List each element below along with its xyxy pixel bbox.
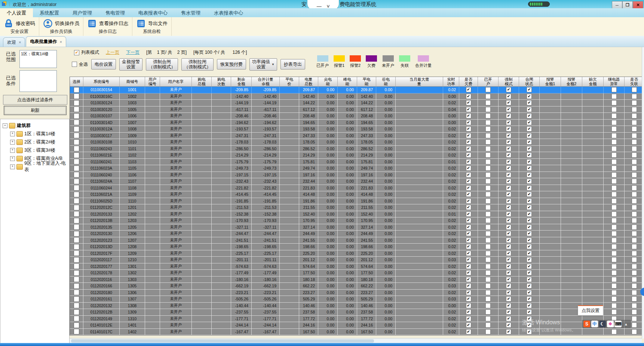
owe-checkbox[interactable] (466, 290, 471, 295)
lost-checkbox[interactable] (632, 172, 637, 177)
opened-checkbox[interactable] (485, 244, 491, 249)
force-checkbox[interactable] (506, 139, 511, 145)
force-checkbox[interactable] (506, 277, 511, 282)
close-button[interactable]: ✕ (633, 1, 643, 9)
relay-checkbox[interactable] (611, 218, 617, 223)
cell-select[interactable] (70, 217, 83, 224)
opened-checkbox[interactable] (485, 166, 491, 171)
table-row[interactable]: 01100301081010未开户-178.03-178.03178.050.0… (70, 139, 644, 146)
force-checkbox[interactable] (506, 270, 511, 275)
cell-select[interactable] (70, 303, 83, 309)
relay-checkbox[interactable] (611, 126, 617, 132)
owe-checkbox[interactable] (466, 283, 471, 288)
force-checkbox[interactable] (506, 238, 511, 243)
column-header-shop[interactable]: 商铺号 (120, 77, 145, 87)
opened-checkbox[interactable] (485, 198, 491, 204)
row-select-checkbox[interactable] (74, 205, 79, 210)
closed-checkbox[interactable] (527, 231, 532, 236)
owe-checkbox[interactable] (466, 205, 471, 210)
cell-select[interactable] (70, 257, 83, 263)
relay-checkbox[interactable] (611, 283, 617, 288)
opened-checkbox[interactable] (485, 185, 491, 191)
owe-checkbox[interactable] (466, 225, 471, 230)
owe-checkbox[interactable] (466, 139, 471, 145)
relay-checkbox[interactable] (611, 192, 617, 197)
force-checkbox[interactable] (506, 185, 511, 191)
lost-checkbox[interactable] (632, 139, 637, 145)
column-header-remaining[interactable]: 剩余 金额 (231, 77, 252, 87)
restore-prepaid-button[interactable]: 恢复预付费 (217, 59, 246, 69)
row-select-checkbox[interactable] (74, 106, 79, 112)
opened-checkbox[interactable] (485, 303, 491, 308)
column-header-force[interactable]: 强制 模式 (499, 77, 519, 87)
next-page-link[interactable]: 下一页 (126, 49, 139, 56)
lost-checkbox[interactable] (632, 198, 637, 204)
opened-checkbox[interactable] (485, 126, 491, 132)
row-select-checkbox[interactable] (74, 257, 79, 263)
sogou-logo-icon[interactable]: S (583, 321, 590, 327)
relay-checkbox[interactable] (611, 270, 617, 275)
owe-checkbox[interactable] (466, 113, 471, 118)
menu-item-system-config[interactable]: 系统配置 (33, 8, 66, 17)
force-checkbox[interactable] (506, 126, 511, 132)
closed-checkbox[interactable] (527, 94, 532, 99)
expand-icon[interactable]: + (10, 164, 15, 169)
row-select-checkbox[interactable] (74, 152, 79, 158)
lost-checkbox[interactable] (632, 290, 637, 295)
select-all-checkbox[interactable]: 全选 (72, 61, 88, 68)
relay-checkbox[interactable] (611, 139, 617, 145)
force-checkbox[interactable] (506, 264, 511, 269)
table-row[interactable]: 01120201231207未开户-241.51-241.51241.550.0… (70, 237, 644, 244)
view-log-button[interactable]: 查看操作日志 (87, 19, 128, 28)
lost-checkbox[interactable] (632, 152, 637, 158)
table-row[interactable]: 011003016C1002未开户-142.40-142.40142.400.0… (70, 93, 644, 100)
row-select-checkbox[interactable] (74, 283, 79, 289)
cell-select[interactable] (70, 309, 83, 316)
owe-checkbox[interactable] (466, 264, 471, 269)
row-select-checkbox[interactable] (74, 159, 79, 164)
column-header-relay[interactable]: 继电器 异常 (604, 77, 625, 87)
table-row[interactable]: 011106025D1110未开户-191.85-191.85191.860.0… (70, 198, 644, 205)
opened-checkbox[interactable] (485, 270, 491, 275)
minimize-button[interactable]: ─ (612, 1, 622, 9)
lost-checkbox[interactable] (632, 225, 637, 230)
closed-checkbox[interactable] (527, 113, 532, 118)
row-select-checkbox[interactable] (74, 237, 79, 243)
force-open-switch-button[interactable]: 强制拉闸 （强制模式） (181, 58, 214, 71)
row-select-checkbox[interactable] (74, 218, 79, 223)
table-row[interactable]: 01120201661305未开户-662.19-662.19662.220.0… (70, 283, 644, 290)
relay-checkbox[interactable] (611, 146, 617, 151)
closed-checkbox[interactable] (527, 277, 532, 282)
collapse-icon[interactable]: − (3, 123, 7, 128)
owe-checkbox[interactable] (466, 329, 471, 334)
table-row[interactable]: 011202012B1309未开户-237.55-237.55237.580.0… (70, 309, 644, 316)
cell-select[interactable] (70, 172, 83, 179)
cell-select[interactable] (70, 133, 83, 139)
relay-checkbox[interactable] (611, 100, 617, 105)
lost-checkbox[interactable] (632, 329, 637, 334)
owe-checkbox[interactable] (466, 159, 471, 164)
lost-checkbox[interactable] (632, 146, 637, 151)
force-checkbox[interactable] (506, 251, 511, 256)
owe-checkbox[interactable] (466, 303, 471, 308)
opened-checkbox[interactable] (485, 277, 491, 282)
closed-checkbox[interactable] (527, 192, 532, 197)
opened-checkbox[interactable] (485, 322, 491, 328)
lost-checkbox[interactable] (632, 133, 637, 138)
closed-checkbox[interactable] (527, 244, 532, 249)
row-select-checkbox[interactable] (74, 316, 79, 321)
opened-checkbox[interactable] (485, 113, 491, 118)
row-select-checkbox[interactable] (74, 192, 79, 197)
table-row[interactable]: 011202013B1203未开户-170.93-170.93170.950.0… (70, 217, 644, 224)
force-checkbox[interactable] (506, 159, 511, 164)
closed-checkbox[interactable] (527, 198, 532, 204)
switch-operator-button[interactable]: 切换操作员 (43, 19, 79, 28)
closed-checkbox[interactable] (527, 146, 532, 151)
opened-checkbox[interactable] (485, 152, 491, 158)
force-checkbox[interactable] (506, 290, 511, 295)
table-row[interactable]: 011106024A1107未开户-232.43-232.43232.440.0… (70, 178, 644, 185)
force-checkbox[interactable] (506, 218, 511, 223)
owe-checkbox[interactable] (466, 166, 471, 171)
row-select-checkbox[interactable] (74, 296, 79, 302)
force-checkbox[interactable] (506, 329, 511, 334)
